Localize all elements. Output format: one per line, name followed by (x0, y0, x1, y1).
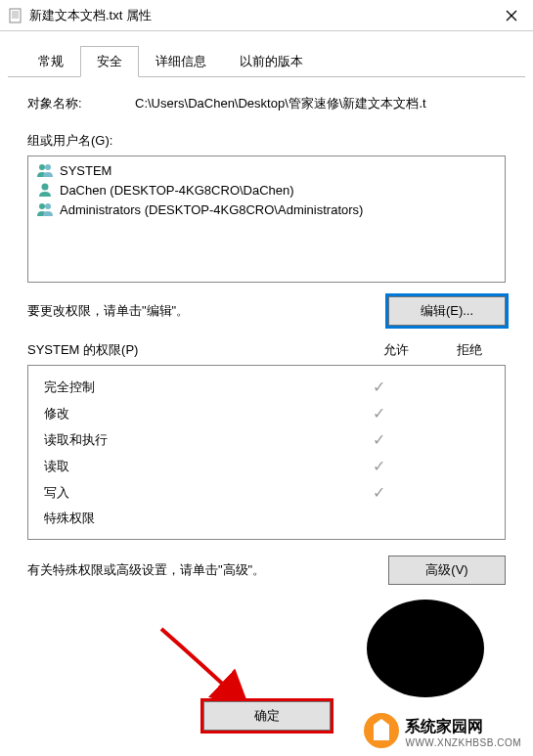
edit-button[interactable]: 编辑(E)... (388, 296, 506, 326)
allow-check-icon: ✓ (342, 378, 416, 396)
permission-name: 读取和执行 (44, 431, 342, 449)
list-item-label: Administrators (DESKTOP-4KG8CRO\Administ… (60, 202, 363, 217)
list-item[interactable]: DaChen (DESKTOP-4KG8CRO\DaChen) (34, 180, 499, 200)
close-icon (506, 10, 517, 22)
svg-point-8 (45, 164, 51, 170)
svg-point-10 (39, 203, 45, 209)
ok-button[interactable]: 确定 (203, 701, 331, 731)
svg-point-11 (45, 203, 51, 209)
permission-row: 修改✓ (36, 400, 497, 426)
advanced-hint: 有关特殊权限或高级设置，请单击"高级"。 (27, 561, 388, 579)
allow-header: 允许 (359, 341, 432, 359)
allow-check-icon: ✓ (342, 483, 416, 502)
svg-point-9 (42, 184, 49, 191)
tab-details[interactable]: 详细信息 (139, 46, 223, 77)
watermark: 系统家园网 WWW.XNZKHBSB.COM (366, 709, 533, 756)
permission-row: 完全控制✓ (36, 374, 497, 400)
svg-rect-13 (374, 733, 389, 740)
decorative-blob (367, 600, 484, 697)
tab-security[interactable]: 安全 (80, 46, 139, 77)
permission-row: 写入✓ (36, 479, 497, 506)
list-item-label: DaChen (DESKTOP-4KG8CRO\DaChen) (60, 183, 294, 198)
watermark-text-cn: 系统家园网 (405, 717, 521, 737)
object-name-value: C:\Users\DaChen\Desktop\管家速修\新建文本文档.t (135, 95, 506, 112)
users-listbox[interactable]: SYSTEMDaChen (DESKTOP-4KG8CRO\DaChen)Adm… (27, 156, 506, 283)
group-icon (36, 162, 54, 178)
tab-previous[interactable]: 以前的版本 (223, 46, 320, 77)
permission-name: 修改 (44, 405, 342, 422)
allow-check-icon: ✓ (342, 457, 416, 475)
advanced-button[interactable]: 高级(V) (388, 556, 506, 585)
watermark-text-en: WWW.XNZKHBSB.COM (405, 737, 521, 748)
list-item-label: SYSTEM (60, 163, 111, 178)
permissions-box: 完全控制✓修改✓读取和执行✓读取✓写入✓特殊权限 (27, 365, 506, 540)
document-icon (8, 8, 23, 23)
allow-check-icon: ✓ (342, 430, 416, 449)
groups-label: 组或用户名(G): (27, 132, 506, 150)
permission-name: 读取 (44, 458, 342, 475)
permission-name: 写入 (44, 484, 342, 502)
tab-general[interactable]: 常规 (22, 46, 80, 77)
permission-row: 读取和执行✓ (36, 426, 497, 453)
deny-header: 拒绝 (432, 341, 506, 359)
permission-name: 完全控制 (44, 378, 342, 396)
object-name-label: 对象名称: (27, 95, 135, 112)
user-icon (36, 182, 54, 198)
group-icon (36, 201, 54, 217)
window-title: 新建文本文档.txt 属性 (29, 7, 492, 24)
allow-check-icon: ✓ (342, 404, 416, 422)
close-button[interactable] (492, 1, 531, 30)
content-pane: 对象名称: C:\Users\DaChen\Desktop\管家速修\新建文本文… (0, 77, 533, 595)
permissions-title: SYSTEM 的权限(P) (27, 341, 359, 359)
permission-row: 读取✓ (36, 453, 497, 479)
titlebar: 新建文本文档.txt 属性 (0, 0, 533, 31)
permission-name: 特殊权限 (44, 510, 342, 527)
tab-strip: 常规 安全 详细信息 以前的版本 (8, 31, 525, 77)
watermark-logo-icon (362, 711, 401, 750)
list-item[interactable]: SYSTEM (34, 160, 499, 180)
permission-row: 特殊权限 (36, 506, 497, 531)
svg-point-7 (39, 164, 45, 170)
edit-hint: 要更改权限，请单击"编辑"。 (27, 302, 388, 320)
list-item[interactable]: Administrators (DESKTOP-4KG8CRO\Administ… (34, 200, 499, 219)
